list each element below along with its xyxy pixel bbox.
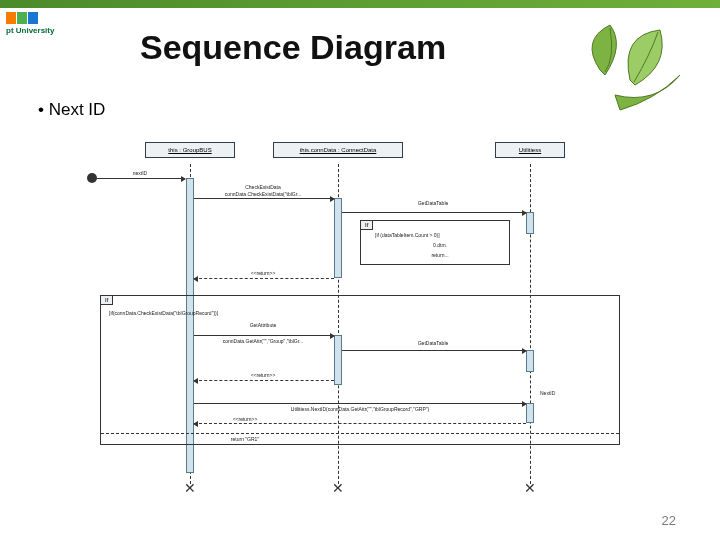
bullet-next-id: • Next ID xyxy=(38,100,105,120)
arrow-checkexist xyxy=(194,198,334,199)
logo-block-p xyxy=(17,12,27,24)
lifeline-end-a: ✕ xyxy=(184,480,196,496)
lifeline-head-utilities: Utilitiess xyxy=(495,142,565,158)
activation-c2 xyxy=(526,350,534,372)
label-return2: <<return>> xyxy=(251,372,276,378)
arrow-getdt2 xyxy=(342,350,526,351)
activation-b2 xyxy=(334,335,342,385)
arrow-return-end xyxy=(194,423,526,424)
label-return-gr: return "GR1" xyxy=(231,436,259,442)
label-return1: <<return>> xyxy=(251,270,276,276)
logo-block-f xyxy=(6,12,16,24)
lifeline-head-groupbus: this : GroupBUS xyxy=(145,142,235,158)
logo-blocks xyxy=(6,12,38,24)
guard-if-count: [if (dataTableItem.Count > 0)] xyxy=(375,232,440,238)
lifeline-end-b: ✕ xyxy=(332,480,344,496)
label-getdt1: GetDataTable xyxy=(418,200,449,206)
logo-text: pt University xyxy=(6,26,54,35)
label-checkexist-call: connData.CheckExistData("tblGr... xyxy=(225,191,302,197)
arrow-return2 xyxy=(194,380,334,381)
logo-block-t xyxy=(28,12,38,24)
arrow-getattr xyxy=(194,335,334,336)
fragment-divider xyxy=(101,433,619,434)
slide-title: Sequence Diagram xyxy=(140,28,446,67)
label-dtitem: 0.dtm. xyxy=(433,242,447,248)
arrow-return1 xyxy=(194,278,334,279)
label-util-nextid: Utilitiess.NextID(connData.GetAttr("","t… xyxy=(291,406,429,412)
frag-label-if1: If xyxy=(360,220,373,230)
label-nextid: nextID xyxy=(133,170,147,176)
arrow-util-nextid xyxy=(194,403,526,404)
label-nextid2: NextID xyxy=(540,390,555,396)
label-getdt2: GetDataTable xyxy=(418,340,449,346)
sequence-diagram: this : GroupBUS this.connData : ConnectD… xyxy=(85,140,645,490)
lifeline-head-connectdata: this.connData : ConnectData xyxy=(273,142,403,158)
logo: pt University xyxy=(6,12,54,35)
arrow-getdt1 xyxy=(342,212,526,213)
leaves-decoration xyxy=(560,10,700,130)
activation-c3 xyxy=(526,403,534,423)
lifeline-end-c: ✕ xyxy=(524,480,536,496)
arrow-nextid xyxy=(97,178,185,179)
header-green-bar xyxy=(0,0,720,8)
label-checkexist: CheckExistData xyxy=(245,184,281,190)
label-return-end: <<return>> xyxy=(233,416,258,422)
label-returnm: return... xyxy=(431,252,448,258)
frag-label-if2: If xyxy=(100,295,113,305)
label-conndata-getattr: connData.GetAttr("","Group","tblGr... xyxy=(223,338,304,344)
activation-c1 xyxy=(526,212,534,234)
label-getattr: GetAttribute xyxy=(250,322,277,328)
guard-if-checkexist: [if(connData.CheckExistData("tblGroupRec… xyxy=(109,310,218,316)
start-node xyxy=(87,173,97,183)
activation-b1 xyxy=(334,198,342,278)
page-number: 22 xyxy=(662,513,676,528)
